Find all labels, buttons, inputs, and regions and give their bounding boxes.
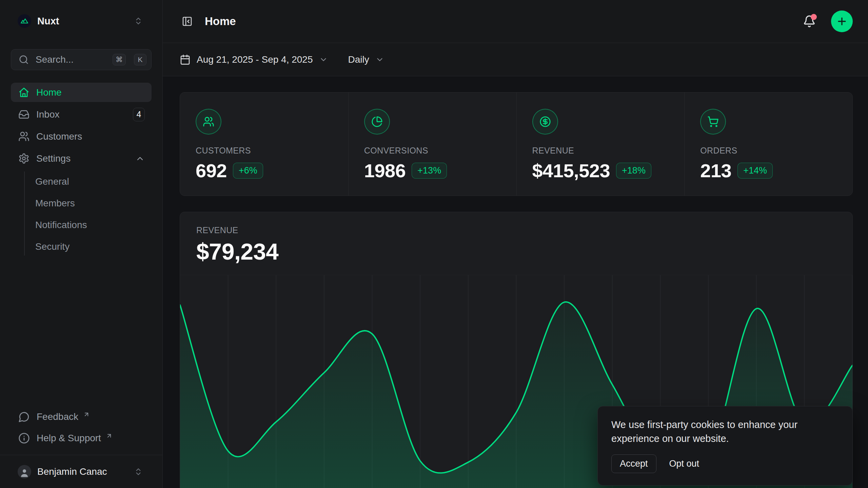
cookie-banner: We use first-party cookies to enhance yo… <box>597 406 853 486</box>
stat-customers: CUSTOMERS 692 +6% <box>180 93 348 196</box>
user-name: Benjamin Canac <box>37 466 128 477</box>
chevron-down-icon <box>319 55 328 64</box>
date-range-value: Aug 21, 2025 - Sep 4, 2025 <box>197 54 313 65</box>
pie-chart-icon <box>364 109 390 135</box>
stat-conversions: CONVERSIONS 1986 +13% <box>348 93 516 196</box>
feedback-label: Feedback <box>37 411 78 422</box>
stat-value: 213 <box>700 160 731 182</box>
notifications-button[interactable] <box>802 14 817 29</box>
sidebar-item-notifications[interactable]: Notifications <box>35 214 152 236</box>
chevrons-up-down-icon <box>134 467 143 476</box>
stat-delta-badge: +6% <box>233 163 263 179</box>
user-avatar <box>18 465 31 479</box>
users-icon <box>196 109 221 135</box>
cookie-accept-button[interactable]: Accept <box>611 454 656 473</box>
users-icon <box>18 131 29 142</box>
stat-revenue: REVENUE $415,523 +18% <box>516 93 685 196</box>
gear-icon <box>18 153 29 164</box>
sidebar-item-security[interactable]: Security <box>35 236 152 258</box>
chat-bubble-icon <box>18 411 30 423</box>
sidebar-item-customers[interactable]: Customers <box>11 127 152 146</box>
chevron-down-icon <box>375 55 384 64</box>
granularity-select[interactable]: Daily <box>348 54 384 65</box>
sidebar-item-home[interactable]: Home <box>11 83 152 102</box>
sidebar-item-members[interactable]: Members <box>35 192 152 214</box>
user-menu[interactable]: Benjamin Canac <box>11 455 152 488</box>
nuxt-logo-icon <box>18 14 31 28</box>
stat-value: 692 <box>196 160 227 182</box>
chevron-up-icon <box>135 154 145 163</box>
stat-delta-badge: +18% <box>616 163 651 179</box>
inbox-icon <box>18 109 29 120</box>
page-title: Home <box>205 15 236 28</box>
sidebar-nav: Home Inbox 4 Customers Settings General … <box>11 83 152 258</box>
stat-label: CONVERSIONS <box>364 146 506 156</box>
shopping-cart-icon <box>700 109 726 135</box>
revenue-panel-label: REVENUE <box>196 225 836 235</box>
revenue-panel-value: $79,234 <box>196 239 836 264</box>
calendar-icon <box>180 54 191 65</box>
sidebar-item-general[interactable]: General <box>35 171 152 192</box>
stat-label: REVENUE <box>532 146 674 156</box>
stat-label: ORDERS <box>700 146 842 156</box>
stats-summary-card: CUSTOMERS 692 +6% CONVERSIONS 1986 +13% <box>180 92 853 196</box>
help-support-link[interactable]: Help & Support <box>11 427 152 449</box>
kbd-meta-key: ⌘ <box>113 54 126 65</box>
collapse-sidebar-button[interactable] <box>180 14 195 29</box>
info-circle-icon <box>18 432 30 444</box>
stat-delta-badge: +14% <box>737 163 773 179</box>
settings-subnav: General Members Notifications Security <box>11 171 152 258</box>
workspace-selector[interactable]: Nuxt <box>11 13 152 29</box>
stat-label: CUSTOMERS <box>196 146 338 156</box>
stat-delta-badge: +13% <box>412 163 447 179</box>
sidebar-item-label: Settings <box>36 153 129 164</box>
sidebar-item-label: Customers <box>36 131 145 142</box>
app-root: Nuxt Search... ⌘ K Home Inbox 4 Customer… <box>0 0 868 488</box>
add-button[interactable] <box>831 11 853 32</box>
search-icon <box>19 55 29 65</box>
stat-value: $415,523 <box>532 160 610 182</box>
date-range-picker[interactable]: Aug 21, 2025 - Sep 4, 2025 <box>180 54 328 65</box>
panel-left-close-icon <box>182 16 193 27</box>
stat-value: 1986 <box>364 160 406 182</box>
filters-bar: Aug 21, 2025 - Sep 4, 2025 Daily <box>163 43 868 76</box>
search-placeholder: Search... <box>36 54 104 65</box>
help-support-label: Help & Support <box>37 433 101 444</box>
sidebar-item-label: Home <box>36 87 145 98</box>
cookie-message: We use first-party cookies to enhance yo… <box>611 418 839 446</box>
inbox-count-badge: 4 <box>133 108 145 121</box>
sidebar-item-label: Inbox <box>36 109 126 120</box>
chevrons-up-down-icon <box>134 17 143 25</box>
top-header: Home <box>163 0 868 43</box>
search-input[interactable]: Search... ⌘ K <box>11 49 152 70</box>
sidebar-item-inbox[interactable]: Inbox 4 <box>11 105 152 124</box>
stat-orders: ORDERS 213 +14% <box>684 93 852 196</box>
dollar-circle-icon <box>532 109 558 135</box>
granularity-value: Daily <box>348 54 369 65</box>
external-link-arrow-icon <box>83 411 90 418</box>
sidebar-item-settings[interactable]: Settings <box>11 149 152 168</box>
sidebar: Nuxt Search... ⌘ K Home Inbox 4 Customer… <box>0 0 163 488</box>
feedback-link[interactable]: Feedback <box>11 406 152 427</box>
subnav-guide-line <box>24 171 25 256</box>
unread-notification-dot <box>811 14 817 20</box>
workspace-name: Nuxt <box>37 16 128 27</box>
kbd-k-key: K <box>134 54 146 65</box>
cookie-optout-button[interactable]: Opt out <box>669 459 699 469</box>
external-link-arrow-icon <box>106 432 113 439</box>
house-icon <box>18 87 29 98</box>
plus-icon <box>836 16 848 27</box>
